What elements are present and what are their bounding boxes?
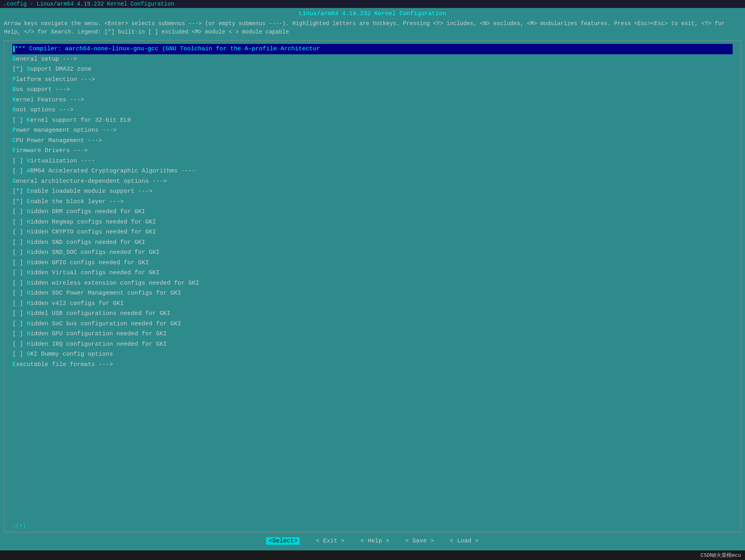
menu-item-8[interactable]: Power management options ---> [12,125,733,136]
title-bar-text: .config - Linux/arm64 4.19.232 Kernel Co… [3,1,174,7]
menu-item-23[interactable]: [ ] Hidden wireless extension configs ne… [12,278,733,289]
menu-item-13[interactable]: General architecture-dependent options -… [12,176,733,187]
menu-item-1[interactable]: General setup ---> [12,54,733,65]
menu-item-30[interactable]: [ ] GKI Dummy config options [12,349,733,360]
menu-item-15[interactable]: [*] Enable the block layer ---> [12,197,733,207]
save-button[interactable]: < Save > [405,538,434,544]
menu-item-0[interactable]: *** Compiler: aarch64-none-linux-gnu-gcc… [12,44,733,54]
header-title: Linux/arm64 4.19.232 Kernel Configuratio… [4,10,741,17]
menu-list: *** Compiler: aarch64-none-linux-gnu-gcc… [12,44,733,521]
main-area: Linux/arm64 4.19.232 Kernel Configuratio… [0,8,745,550]
menu-item-18[interactable]: [ ] Hidden CRYPTO configs needed for GKI [12,227,733,237]
menu-item-29[interactable]: [ ] Hidden IRQ configuration needed for … [12,339,733,350]
bottom-bar: CSDN@火柴根mcu [0,550,745,560]
menu-item-9[interactable]: CPU Power Management ---> [12,136,733,146]
menu-item-25[interactable]: [ ] Hidden v4l2 configs for GKI [12,299,733,309]
menu-item-24[interactable]: [ ] Hidden SOC Power Management configs … [12,288,733,299]
menu-item-27[interactable]: [ ] Hidden SoC bus configuration needed … [12,319,733,329]
menu-item-28[interactable]: [ ] Hidden GPU configuration needed for … [12,329,733,339]
menu-item-20[interactable]: [ ] Hidden SND_SOC configs needed for GK… [12,247,733,258]
help-button[interactable]: < Help > [360,538,389,544]
instruction-text: Arrow keys navigate the menu. <Enter> se… [4,20,741,36]
scroll-indicator: ↓(+) [12,522,733,529]
menu-item-16[interactable]: [ ] Hidden DRM configs needed for GKI [12,207,733,217]
menu-container: *** Compiler: aarch64-none-linux-gnu-gcc… [4,40,741,532]
select-button[interactable]: <Select> [266,537,300,545]
menu-item-21[interactable]: [ ] Hidden GPIO configs needed for GKI [12,258,733,268]
menu-item-19[interactable]: [ ] Hidden SND configs needed for GKI [12,237,733,248]
load-button[interactable]: < Load > [450,538,479,544]
title-bar: .config - Linux/arm64 4.19.232 Kernel Co… [0,0,745,8]
menu-item-10[interactable]: Firmware Drivers ---> [12,146,733,156]
menu-item-14[interactable]: [*] Enable loadable module support ---> [12,186,733,197]
menu-item-17[interactable]: [ ] Hidden Regmap configs needed for GKI [12,217,733,228]
menu-item-7[interactable]: [ ] Kernel support for 32-bit EL0 [12,115,733,126]
menu-item-4[interactable]: Bus support ---> [12,85,733,95]
menu-item-12[interactable]: [ ] ARM64 Accelerated Cryptographic Algo… [12,166,733,176]
button-bar: <Select>< Exit >< Help >< Save >< Load > [4,532,741,548]
menu-item-31[interactable]: Executable file formats ---> [12,360,733,370]
menu-item-5[interactable]: Kernel Features ---> [12,95,733,105]
menu-item-3[interactable]: Platform selection ---> [12,75,733,85]
menu-item-6[interactable]: Boot options ---> [12,105,733,115]
exit-button[interactable]: < Exit > [316,538,344,544]
menu-item-11[interactable]: [ ] Virtualization ---- [12,156,733,166]
menu-item-2[interactable]: [*] Support DMA32 zone [12,64,733,75]
menu-item-22[interactable]: [ ] Hidden Virtual configs needed for GK… [12,268,733,278]
bottom-bar-text: CSDN@火柴根mcu [701,552,741,558]
menu-item-26[interactable]: [ ] Hiddel USB configurations needed for… [12,309,733,319]
